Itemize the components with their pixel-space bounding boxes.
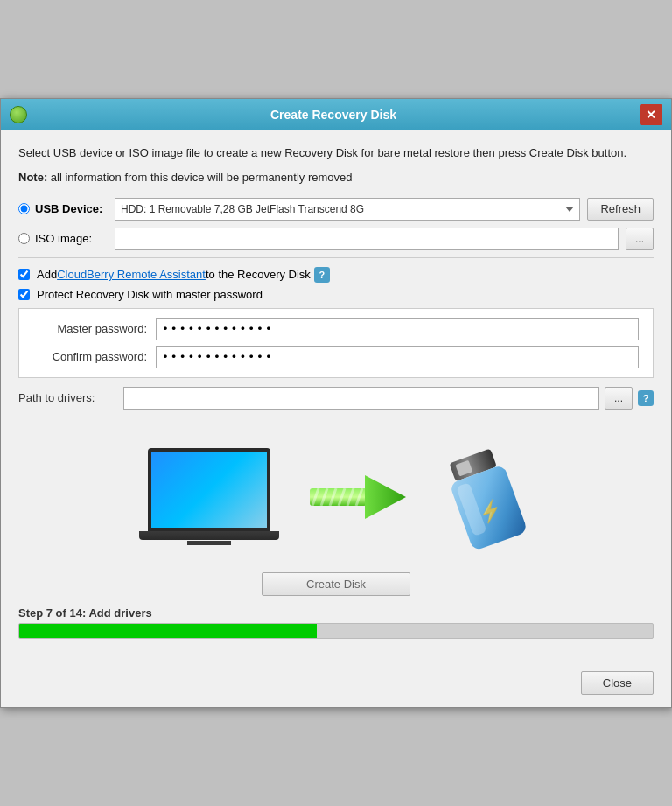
arrow-svg [305, 466, 410, 528]
dialog-content: Select USB device or ISO image file to c… [1, 130, 671, 662]
master-password-input[interactable] [156, 318, 639, 340]
drivers-path-input[interactable] [123, 387, 599, 410]
iso-path-input[interactable] [115, 228, 619, 250]
laptop-screen-inner [151, 452, 267, 528]
dialog-title: Create Recovery Disk [27, 108, 640, 122]
app-icon [10, 106, 27, 123]
drivers-browse-button[interactable]: ... [605, 387, 633, 410]
close-button[interactable]: Close [581, 671, 654, 695]
progress-bar [18, 623, 654, 639]
usb-svg: ⚡ [437, 436, 533, 558]
cloudberry-help-button[interactable]: ? [314, 267, 330, 283]
laptop-illustration [139, 448, 279, 545]
laptop-screen [148, 448, 270, 531]
laptop-stand [187, 541, 231, 545]
drivers-row: Path to drivers: ... ? [18, 387, 654, 410]
drivers-label: Path to drivers: [18, 391, 123, 404]
transfer-arrow [305, 466, 410, 528]
progress-bar-fill [19, 624, 317, 638]
dialog-footer: Close [1, 662, 671, 707]
note-text: Note: all information from this device w… [18, 171, 654, 184]
step-text: Step 7 of 14: Add drivers [18, 606, 654, 620]
usb-illustration: ⚡ [437, 436, 533, 558]
illustration-area: ⚡ [18, 418, 654, 572]
protect-checkbox[interactable] [18, 289, 30, 300]
cloudberry-checkbox[interactable] [18, 269, 30, 280]
master-password-label: Master password: [33, 322, 156, 335]
usb-radio-label[interactable]: USB Device: [18, 202, 115, 215]
usb-device-row: USB Device: HDD: 1 Removable 7,28 GB Jet… [18, 198, 654, 221]
iso-image-row: ISO image: ... [18, 228, 654, 250]
svg-marker-7 [365, 475, 406, 519]
cloudberry-link[interactable]: CloudBerry Remote Assistant [57, 268, 206, 281]
close-window-button[interactable]: ✕ [640, 104, 662, 125]
progress-section: Step 7 of 14: Add drivers [18, 606, 654, 648]
iso-radio-label[interactable]: ISO image: [18, 232, 115, 245]
refresh-button[interactable]: Refresh [587, 198, 654, 221]
protect-checkbox-row: Protect Recovery Disk with master passwo… [18, 288, 654, 301]
usb-device-select[interactable]: HDD: 1 Removable 7,28 GB JetFlash Transc… [115, 198, 580, 221]
iso-radio[interactable] [18, 233, 30, 244]
confirm-password-row: Confirm password: [33, 346, 639, 368]
description-text: Select USB device or ISO image file to c… [18, 144, 654, 162]
usb-radio[interactable] [18, 203, 30, 214]
divider-1 [18, 257, 654, 258]
cloudberry-checkbox-row: Add CloudBerry Remote Assistant to the R… [18, 267, 654, 283]
create-disk-button[interactable]: Create Disk [262, 572, 410, 596]
create-recovery-disk-dialog: Create Recovery Disk ✕ Select USB device… [0, 98, 672, 708]
confirm-password-input[interactable] [156, 346, 639, 368]
action-row: Create Disk [18, 572, 654, 596]
drivers-help-button[interactable]: ? [638, 390, 654, 406]
iso-browse-button[interactable]: ... [626, 228, 654, 250]
confirm-password-label: Confirm password: [33, 350, 156, 363]
master-password-row: Master password: [33, 318, 639, 340]
laptop-base [139, 531, 279, 540]
title-bar: Create Recovery Disk ✕ [1, 99, 671, 130]
password-section: Master password: Confirm password: [18, 308, 654, 378]
